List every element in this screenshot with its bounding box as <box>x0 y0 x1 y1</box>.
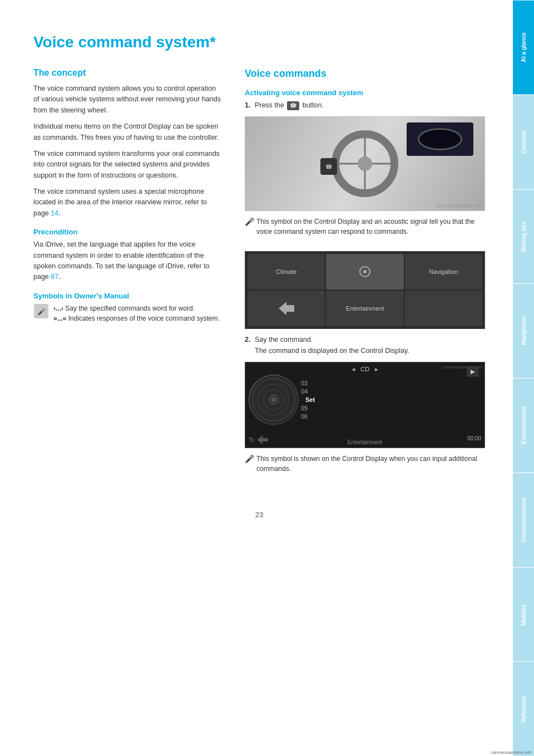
concept-para-3: The voice command system transforms your… <box>33 149 222 181</box>
menu-cell-navigation: Navigation <box>405 254 482 289</box>
step-1-number: 1. <box>245 101 250 109</box>
menu-cell-center <box>326 254 403 289</box>
caption-1: 🎤 This symbol on the Control Display and… <box>245 217 485 243</box>
sidebar-tab-controls[interactable]: Controls <box>513 95 534 189</box>
step-1: 1. Press the ☎ button. <box>245 100 485 111</box>
caption-2: 🎤 This symbol is shown on the Control Di… <box>245 454 485 480</box>
sidebar-tab-entertainment[interactable]: Entertainment <box>513 378 534 473</box>
button-icon: ☎ <box>287 101 299 110</box>
cd-time: 00:00 <box>467 435 481 444</box>
right-column: Voice commands Activating voice command … <box>245 68 485 488</box>
sidebar-tab-reference[interactable]: Reference <box>513 661 534 756</box>
step-2-text: Say the command. <box>255 336 313 343</box>
cd-set: Set <box>305 396 315 403</box>
caption-2-text: This symbol is shown on the Control Disp… <box>256 454 485 474</box>
symbol-item-1: 🎤 ›...‹ Say the specified commands word … <box>33 303 222 323</box>
symbols-title: Symbols in Owner's Manual <box>33 292 222 300</box>
cd-disc-image <box>249 375 299 425</box>
menu-cell-climate: Climate <box>248 254 325 289</box>
page-number: 23 <box>33 510 485 519</box>
sidebar-tab-navigation[interactable]: Navigation <box>513 283 534 378</box>
cd-track-05: 05 <box>301 405 315 411</box>
menu-cell-entertainment: Entertainment <box>326 291 403 326</box>
cd-footer-tr: Tr. <box>249 437 255 443</box>
sidebar-tab-communications[interactable]: Communications <box>513 473 534 567</box>
cd-tracks: 03 04 Set 05 06 <box>301 375 315 425</box>
cd-track-06: 06 <box>301 413 315 420</box>
mic-symbol-2: 🎤 <box>245 454 254 463</box>
svg-marker-4 <box>279 302 294 315</box>
voice-commands-title: Voice commands <box>245 68 485 80</box>
two-column-layout: The concept The voice command system all… <box>33 68 485 488</box>
concept-para-2: Individual menu items on the Control Dis… <box>33 121 222 143</box>
symbol-text-1: ›...‹ Say the specified commands word fo… <box>53 303 220 323</box>
activating-title: Activating voice command system <box>245 89 485 97</box>
svg-point-3 <box>363 270 367 273</box>
svg-marker-11 <box>257 435 268 444</box>
main-content: Voice command system* The concept The vo… <box>0 0 513 552</box>
symbol-icon-1: 🎤 <box>33 303 49 319</box>
sidebar-tab-at-a-glance[interactable]: At a glance <box>513 0 534 95</box>
steering-wheel-image: ☎ carmanualonline.info <box>245 116 485 211</box>
sidebar-tab-mobility[interactable]: Mobility <box>513 567 534 662</box>
page-ref-14[interactable]: 14 <box>51 209 58 217</box>
menu-cell-bottom-right <box>405 291 482 326</box>
step-1-button: button. <box>303 101 324 109</box>
precondition-title: Precondition <box>33 228 222 236</box>
cd-label: CD <box>360 366 369 372</box>
step-1-text: Press the <box>255 101 286 109</box>
page-title: Voice command system* <box>33 33 485 51</box>
step-2-sub: The command is displayed on the Control … <box>255 347 409 355</box>
step-2-number: 2. <box>245 336 250 343</box>
menu-screen-image: Climate Navigation Entertainment carmanu… <box>245 251 485 329</box>
cd-entertainment-label: Entertainment <box>348 439 382 445</box>
menu-cell-bottom-left <box>248 291 325 326</box>
concept-para-4: The voice command system uses a special … <box>33 186 222 219</box>
precondition-text: Via iDrive, set the language that applie… <box>33 239 222 283</box>
left-column: The concept The voice command system all… <box>33 68 222 488</box>
step-2: 2. Say the command. The command is displ… <box>245 335 485 356</box>
concept-para-1: The voice command system allows you to c… <box>33 84 222 116</box>
sidebar: At a glance Controls Driving tips Naviga… <box>513 0 534 756</box>
cd-track-04: 04 <box>301 388 315 395</box>
cd-track-03: 03 <box>301 380 315 386</box>
cd-screen-image: ◄ CD ► <box>245 362 485 448</box>
svg-point-10 <box>271 397 276 402</box>
concept-title: The concept <box>33 68 222 78</box>
cd-body: 03 04 Set 05 06 <box>249 375 481 425</box>
mic-symbol-1: 🎤 <box>245 217 254 226</box>
page-ref-87[interactable]: 87 <box>51 273 58 281</box>
caption-1-text: This symbol on the Control Display and a… <box>256 217 485 237</box>
sidebar-tab-driving-tips[interactable]: Driving tips <box>513 189 534 284</box>
svg-text:🎤: 🎤 <box>37 307 46 316</box>
